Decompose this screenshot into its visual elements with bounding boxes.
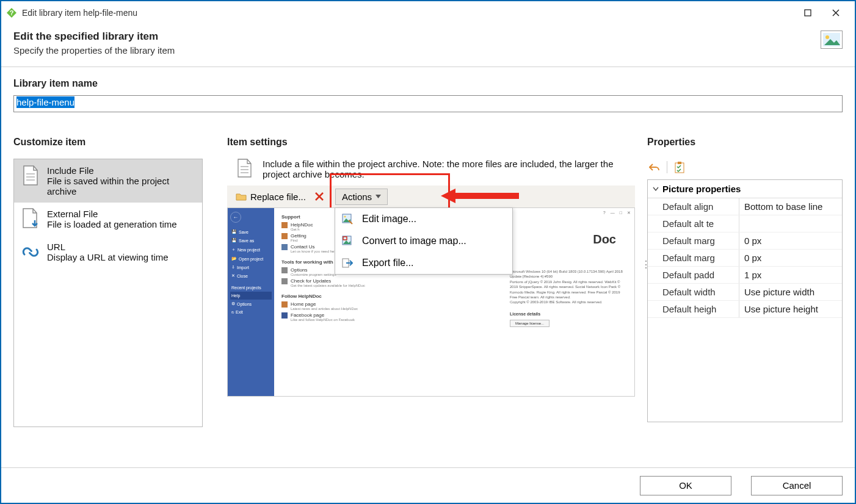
resize-handle[interactable]: ⋮ xyxy=(641,259,651,270)
chevron-down-icon xyxy=(375,195,381,198)
property-row[interactable]: Default marg0 px xyxy=(648,250,842,267)
window-title: Edit library item help-file-menu xyxy=(22,8,137,18)
undo-button[interactable] xyxy=(647,160,662,175)
edit-image-icon xyxy=(341,213,354,225)
properties-grid: Picture properties Default alignBottom t… xyxy=(647,179,843,422)
settings-description: Include a file within the project archiv… xyxy=(263,159,625,181)
menu-export-file[interactable]: Export file... xyxy=(335,252,512,274)
menu-convert-image-map[interactable]: Convert to image map... xyxy=(335,230,512,252)
back-icon: ← xyxy=(230,212,241,223)
property-row[interactable]: Default marg0 px xyxy=(648,232,842,250)
file-icon xyxy=(20,165,41,186)
menu-edit-image[interactable]: Edit image... xyxy=(335,208,512,230)
properties-group[interactable]: Picture properties xyxy=(648,180,842,198)
property-row[interactable]: Default alignBottom to base line xyxy=(648,198,842,215)
customize-item-url[interactable]: URL Display a URL at viewing time xyxy=(14,236,202,268)
settings-toolbar: Replace file... Actions Edit image... xyxy=(227,185,635,207)
actions-button[interactable]: Actions xyxy=(335,189,388,205)
close-button[interactable] xyxy=(822,4,850,22)
svg-rect-26 xyxy=(678,162,681,164)
svg-text:?: ? xyxy=(10,9,14,16)
customize-item-external[interactable]: External File File is loaded at generati… xyxy=(14,203,202,236)
replace-file-button[interactable]: Replace file... xyxy=(231,189,311,204)
annotation-arrow xyxy=(441,187,520,205)
titlebar: ? Edit library item help-file-menu xyxy=(1,1,855,24)
customize-title: Customize item xyxy=(13,137,203,148)
name-label: Library item name xyxy=(13,78,843,89)
checklist-button[interactable] xyxy=(672,160,687,175)
svg-rect-2 xyxy=(805,10,811,16)
file-icon xyxy=(237,159,255,181)
properties-title: Properties xyxy=(647,137,843,148)
export-icon xyxy=(341,257,354,269)
header-subtitle: Specify the properties of the library it… xyxy=(13,45,821,56)
svg-marker-24 xyxy=(441,189,519,203)
folder-icon xyxy=(236,192,247,201)
file-download-icon xyxy=(20,209,41,229)
dialog-footer: OK Cancel xyxy=(1,467,855,503)
delete-icon[interactable] xyxy=(314,192,324,201)
svg-rect-25 xyxy=(675,163,684,173)
ok-button[interactable]: OK xyxy=(640,476,731,495)
customize-item-include[interactable]: Include File File is saved within the pr… xyxy=(14,159,202,203)
actions-menu: Edit image... Convert to image map... Ex… xyxy=(335,207,513,275)
property-row[interactable]: Default widthUse picture width xyxy=(648,284,842,301)
dialog-header: Edit the specified library item Specify … xyxy=(1,24,855,67)
maximize-button[interactable] xyxy=(794,4,822,22)
property-row[interactable]: Default heighUse picture height xyxy=(648,301,842,318)
customize-list: Include File File is saved within the pr… xyxy=(13,159,203,427)
svg-point-6 xyxy=(825,35,829,39)
svg-marker-16 xyxy=(375,195,381,198)
property-row[interactable]: Default padd1 px xyxy=(648,267,842,284)
svg-point-18 xyxy=(344,216,346,218)
picture-icon xyxy=(821,31,843,49)
cancel-button[interactable]: Cancel xyxy=(751,476,843,495)
property-row[interactable]: Default alt te xyxy=(648,215,842,232)
header-title: Edit the specified library item xyxy=(13,31,821,43)
settings-title: Item settings xyxy=(227,137,635,148)
image-map-icon xyxy=(341,235,354,247)
name-input[interactable]: help-file-menu xyxy=(13,95,843,112)
chevron-down-icon xyxy=(653,187,659,191)
app-icon: ? xyxy=(6,7,17,18)
link-icon xyxy=(20,242,41,262)
